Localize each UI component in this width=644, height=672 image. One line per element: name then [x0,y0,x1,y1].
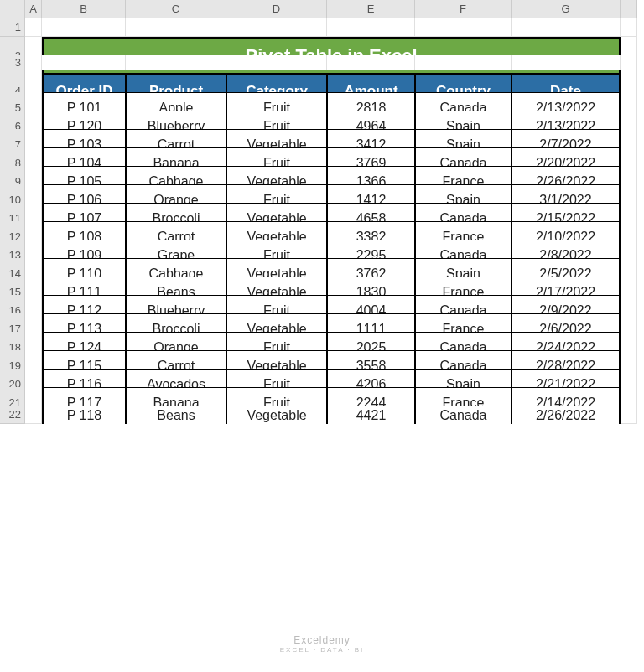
cell[interactable] [621,406,637,424]
cell[interactable] [226,18,327,37]
col-header-E[interactable]: E [327,0,415,18]
cell[interactable] [327,55,415,70]
table-cell[interactable]: Beans [126,406,226,424]
watermark-text: Exceldemy [293,634,351,646]
select-all-corner[interactable] [0,0,25,18]
cell[interactable] [126,18,226,37]
table-cell[interactable]: Canada [415,406,512,424]
col-header-A[interactable]: A [25,0,42,18]
cell[interactable] [126,55,226,70]
table-cell[interactable]: Vegetable [226,406,327,424]
watermark: Exceldemy EXCEL · DATA · BI [280,634,365,654]
cell[interactable] [415,55,512,70]
row-header-22[interactable]: 22 [0,406,25,424]
cell[interactable] [327,18,415,37]
cell[interactable] [621,18,637,37]
col-header-C[interactable]: C [126,0,226,18]
cell[interactable] [25,406,42,424]
col-header-D[interactable]: D [226,0,327,18]
cell[interactable] [25,18,42,37]
cell[interactable] [415,18,512,37]
cell[interactable] [25,55,42,70]
col-header-B[interactable]: B [42,0,126,18]
table-cell[interactable]: 4421 [327,406,415,424]
cell[interactable] [512,18,621,37]
cell[interactable] [226,55,327,70]
cell[interactable] [42,55,126,70]
col-header-F[interactable]: F [415,0,512,18]
watermark-sub: EXCEL · DATA · BI [280,646,365,654]
col-header-blank[interactable] [621,0,637,18]
cell[interactable] [621,55,637,70]
col-header-G[interactable]: G [512,0,621,18]
row-header-3[interactable]: 3 [0,55,25,70]
row-header-1[interactable]: 1 [0,18,25,37]
cell[interactable] [42,18,126,37]
table-cell[interactable]: 2/26/2022 [512,406,621,424]
table-cell[interactable]: P 118 [42,406,126,424]
cell[interactable] [512,55,621,70]
